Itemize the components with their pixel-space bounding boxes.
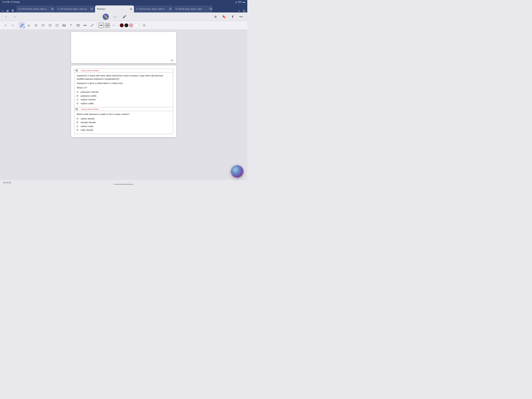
q52-option-a: A potassium chloride — [77, 90, 171, 94]
tab-4[interactable]: 12. IGCSE Acids, Bases, Salts H... ✕ — [134, 6, 173, 13]
tab-3-close[interactable]: ✕ — [130, 8, 133, 10]
bookmarks-button[interactable]: 🔖 — [221, 14, 227, 20]
page-number-18: 18 — [171, 59, 173, 62]
tab-1-close[interactable]: ✕ — [51, 8, 54, 10]
q52-option-b: B potassium sulfite — [77, 94, 171, 98]
siri-button[interactable] — [231, 165, 243, 178]
main-content: 18 52 Topic(s): Acids And Bases Substanc… — [0, 30, 247, 186]
sidebar-toggle[interactable]: ⊡ — [242, 9, 247, 13]
pen-tool-nav[interactable]: ✏️ — [103, 14, 109, 20]
q53-option-a: A carbon dioxide — [77, 117, 171, 120]
nav-left: ‹ › — [3, 14, 18, 20]
share-button[interactable]: ⬆ — [229, 14, 236, 20]
image-tool[interactable] — [61, 22, 67, 28]
ruler-icon — [83, 24, 87, 27]
separator-4 — [139, 23, 139, 28]
svg-point-3 — [42, 24, 44, 26]
q53-option-c: C sodium oxide — [77, 125, 171, 128]
eraser-icon — [27, 24, 31, 27]
scan-icon — [76, 24, 80, 27]
question-52-text1: Substance X reacts with warm dilute hydr… — [77, 74, 171, 80]
question-52-body: Substance X reacts with warm dilute hydr… — [74, 72, 173, 107]
page-lower: 52 Topic(s): Acids And Bases Substance X… — [71, 65, 176, 137]
q53-answer-b: nitrogen dioxide — [81, 121, 96, 124]
page-upper-content: 18 — [71, 32, 176, 63]
color-pink[interactable] — [129, 23, 133, 27]
tab-4-close[interactable]: ✕ — [169, 8, 172, 10]
svg-line-0 — [22, 24, 23, 25]
tab-5[interactable]: 13. IGCSE Acids, Bases, Salts... ▼ ✕ — [174, 6, 213, 13]
question-53-number: 53 — [76, 108, 80, 110]
nav-center: ✏️ ⌨️ 🎤 — [103, 14, 127, 20]
scan-tool[interactable] — [75, 22, 81, 28]
tab-1[interactable]: 10. IGCSE Acids, Bases, Salts H... ✕ — [16, 6, 55, 13]
question-52-number: 52 — [76, 69, 80, 72]
q52-letter-a: A — [77, 90, 81, 94]
question-52-text2: Substance X gives a yellow flame in a fl… — [77, 82, 171, 85]
pen-icon — [20, 24, 24, 27]
tab-5-dropdown[interactable]: ▼ — [207, 8, 209, 10]
question-53-topic: Topic(s): Acids And Bases — [81, 108, 99, 110]
tab-5-close[interactable]: ✕ — [209, 8, 212, 10]
color-white[interactable] — [134, 23, 138, 27]
smart-select-tool[interactable] — [141, 22, 147, 28]
status-bar: 2:11 PM Fri 30 Aug ▲ 81% ▬ — [0, 0, 247, 4]
add-tab-button[interactable]: + — [237, 9, 241, 13]
highlighter-tool[interactable] — [33, 22, 39, 28]
forward-button[interactable]: › — [12, 14, 18, 20]
question-52-text3: What is X? — [77, 86, 171, 90]
keyboard-button[interactable]: ⌨️ — [112, 14, 118, 20]
question-53-header: 53 Topic(s): Acids And Bases — [74, 107, 173, 111]
link-icon — [90, 24, 94, 27]
question-53-text1: Which oxide dissolves in water to form a… — [77, 113, 171, 116]
toolbar: ↩ ↪ — [0, 21, 247, 30]
stroke-medium-button[interactable] — [105, 23, 110, 28]
q52-answer-b: potassium sulfite — [81, 94, 97, 98]
tab-bar: ‹ ⊞ 🔍 10. IGCSE Acids, Bases, Salts H...… — [0, 4, 247, 13]
tab-3-active[interactable]: Thermal 2 ✕ — [95, 6, 134, 13]
search-button[interactable]: 🔍 — [10, 9, 16, 13]
lasso-tool[interactable] — [40, 22, 46, 28]
q52-answer-d: sodium sulfite — [81, 102, 94, 105]
battery: 81% — [238, 1, 242, 3]
stroke-thick-button[interactable] — [99, 23, 104, 28]
q53-letter-b: B — [77, 121, 81, 124]
pen-tool[interactable] — [19, 22, 25, 28]
selection-tool[interactable] — [47, 22, 53, 28]
redo-button[interactable]: ↪ — [9, 22, 16, 28]
ruler-tool[interactable] — [82, 22, 88, 28]
more-button[interactable]: ••• — [238, 14, 244, 20]
svg-rect-9 — [78, 24, 79, 26]
q53-letter-d: D — [77, 129, 81, 132]
status-right: ▲ 81% ▬ — [235, 1, 245, 3]
eraser-tool[interactable] — [26, 22, 32, 28]
text-tool[interactable]: T — [68, 22, 74, 28]
date: Fri 30 Aug — [11, 1, 20, 3]
bottom-bar: 19 of 20 — [0, 179, 247, 186]
color-dark-red[interactable] — [120, 23, 124, 27]
stroke-thin-button[interactable] — [111, 23, 116, 28]
question-53-body: Which oxide dissolves in water to form a… — [74, 111, 173, 134]
q52-option-d: D sodium sulfite — [77, 102, 171, 105]
time: 2:11 PM — [2, 1, 10, 3]
color-black[interactable] — [124, 23, 128, 27]
question-52: 52 Topic(s): Acids And Bases Substance X… — [74, 69, 173, 107]
q53-answer-d: sulfur dioxide — [81, 129, 93, 132]
link-tool[interactable] — [89, 22, 95, 28]
back-button[interactable]: ‹ — [3, 14, 9, 20]
svg-point-15 — [144, 25, 145, 26]
tab-2-close[interactable]: ✕ — [90, 8, 93, 10]
shapes-tool[interactable] — [54, 22, 60, 28]
shapes-icon — [55, 24, 59, 27]
q52-letter-d: D — [77, 102, 81, 105]
nav-back-button[interactable]: ‹ — [1, 9, 5, 13]
tab-2[interactable]: 11. IGCSE Acids, Bases, Salts Ho... ✕ — [56, 6, 95, 13]
wifi-icon: ▲ — [235, 1, 237, 3]
add-bookmark-button[interactable]: ⊕ — [212, 14, 218, 20]
microphone-button[interactable]: 🎤 — [121, 14, 127, 20]
svg-point-7 — [63, 25, 64, 25]
grid-view-button[interactable]: ⊞ — [5, 9, 10, 13]
q52-option-c: C sodium chloride — [77, 98, 171, 101]
battery-icon: ▬ — [243, 1, 245, 3]
undo-button[interactable]: ↩ — [2, 22, 9, 28]
